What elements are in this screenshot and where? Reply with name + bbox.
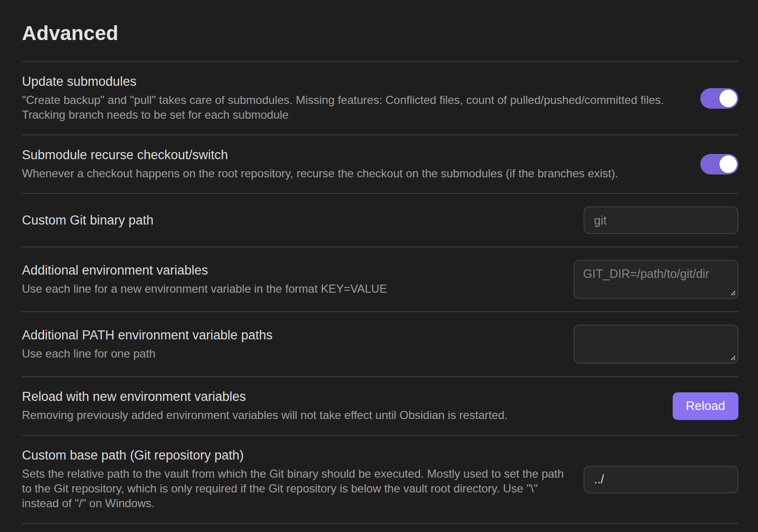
textarea-resize-handle[interactable] bbox=[728, 288, 736, 296]
setting-description: "Create backup" and "pull" takes care of… bbox=[22, 92, 681, 122]
setting-info: Custom base path (Git repository path) S… bbox=[22, 448, 564, 511]
toggle-knob bbox=[719, 90, 737, 107]
setting-control bbox=[574, 325, 738, 364]
env-variables-textarea[interactable] bbox=[574, 260, 738, 299]
setting-row-reload-env: Reload with new environment variables Re… bbox=[22, 376, 738, 435]
setting-row-custom-base-path: Custom base path (Git repository path) S… bbox=[22, 435, 738, 523]
setting-control bbox=[584, 206, 738, 234]
setting-info: Additional PATH environment variable pat… bbox=[22, 328, 554, 361]
setting-row-submodule-recurse: Submodule recurse checkout/switch Whenev… bbox=[22, 134, 738, 193]
setting-info: Custom Git binary path bbox=[22, 213, 564, 228]
setting-description: Removing previously added environment va… bbox=[22, 408, 654, 422]
settings-panel: Advanced Update submodules "Create backu… bbox=[0, 23, 758, 524]
setting-description: Whenever a checkout happens on the root … bbox=[22, 166, 681, 181]
setting-description: Sets the relative path to the vault from… bbox=[22, 466, 564, 511]
submodule-recurse-toggle[interactable] bbox=[700, 154, 738, 174]
setting-name: Submodule recurse checkout/switch bbox=[22, 148, 681, 163]
setting-control bbox=[700, 154, 738, 174]
setting-info: Submodule recurse checkout/switch Whenev… bbox=[22, 148, 681, 181]
update-submodules-toggle[interactable] bbox=[700, 88, 738, 109]
setting-row-git-binary-path: Custom Git binary path bbox=[22, 193, 738, 246]
setting-info: Additional environment variables Use eac… bbox=[22, 263, 554, 296]
setting-control: Reload bbox=[673, 392, 738, 420]
git-binary-path-input[interactable] bbox=[584, 206, 738, 234]
setting-description: Use each line for one path bbox=[22, 346, 554, 361]
setting-control bbox=[584, 466, 738, 493]
setting-name: Custom Git binary path bbox=[22, 213, 564, 228]
reload-button[interactable]: Reload bbox=[673, 392, 738, 420]
setting-name: Reload with new environment variables bbox=[22, 389, 654, 404]
setting-control bbox=[700, 88, 738, 109]
setting-name: Additional environment variables bbox=[22, 263, 554, 278]
setting-row-path-variables: Additional PATH environment variable pat… bbox=[22, 311, 738, 376]
setting-info: Update submodules "Create backup" and "p… bbox=[22, 74, 681, 122]
textarea-wrapper bbox=[574, 260, 738, 299]
divider bbox=[22, 523, 738, 524]
textarea-wrapper bbox=[574, 325, 738, 364]
setting-name: Update submodules bbox=[22, 74, 681, 89]
setting-description: Use each line for a new environment vari… bbox=[22, 281, 554, 296]
base-path-input[interactable] bbox=[584, 466, 738, 493]
setting-row-env-variables: Additional environment variables Use eac… bbox=[22, 246, 738, 311]
path-variables-textarea[interactable] bbox=[574, 325, 738, 364]
setting-name: Custom base path (Git repository path) bbox=[22, 448, 564, 463]
setting-row-update-submodules: Update submodules "Create backup" and "p… bbox=[22, 61, 738, 134]
toggle-knob bbox=[719, 155, 737, 173]
page-title: Advanced bbox=[22, 23, 738, 44]
setting-control bbox=[574, 260, 738, 299]
setting-info: Reload with new environment variables Re… bbox=[22, 389, 654, 422]
textarea-resize-handle[interactable] bbox=[728, 353, 736, 360]
setting-name: Additional PATH environment variable pat… bbox=[22, 328, 554, 343]
